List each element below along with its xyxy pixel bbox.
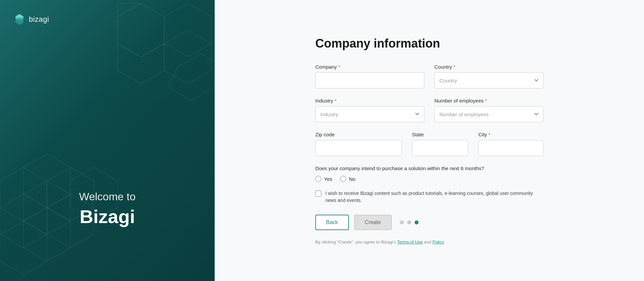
company-group: Company * [315, 64, 424, 88]
terms-prefix: By clicking “Create”, you agree to Bizag… [315, 239, 396, 244]
terms-section: By clicking “Create”, you agree to Bizag… [315, 239, 543, 244]
zip-group: Zip code [315, 132, 402, 156]
purchase-radio-group: Yes No [315, 176, 543, 182]
country-group: Country * Country [434, 64, 543, 88]
logo-text: bizagi [29, 15, 49, 24]
newsletter-checkbox-group: I wish to receive Bizagi content such as… [315, 190, 543, 204]
back-button[interactable]: Back [315, 215, 349, 230]
button-row: Back Create [315, 215, 543, 230]
row-company-country: Company * Country * Country [315, 64, 543, 88]
city-required: * [488, 132, 490, 137]
terms-of-use-link[interactable]: Terms of Use [397, 239, 423, 244]
purchase-question: Does your company intend to purchase a s… [315, 165, 543, 171]
employees-label: Number of employees * [434, 98, 543, 103]
yes-label: Yes [324, 176, 332, 182]
dot-3 [415, 220, 419, 224]
country-required: * [453, 64, 455, 70]
employees-required: * [485, 98, 487, 103]
row-zip-state-city: Zip code State City * [315, 132, 543, 156]
city-label: City * [478, 132, 543, 137]
industry-required: * [335, 98, 337, 103]
state-label: State [412, 132, 468, 137]
city-input[interactable] [478, 140, 543, 156]
and-text: and [424, 239, 432, 244]
progress-dots [400, 220, 419, 224]
create-button[interactable]: Create [354, 215, 392, 230]
newsletter-checkbox[interactable] [315, 191, 321, 197]
city-group: City * [478, 132, 543, 156]
zip-input[interactable] [315, 140, 402, 156]
form-container: Company information Company * Country * … [315, 37, 543, 244]
country-select[interactable]: Country [434, 72, 543, 88]
employees-select[interactable]: Number of employees [434, 106, 543, 122]
industry-label: Industry * [315, 98, 424, 103]
state-input[interactable] [412, 140, 468, 156]
svg-marker-0 [117, 3, 164, 57]
industry-group: Industry * Industry [315, 98, 424, 122]
no-label: No [349, 176, 355, 182]
dot-1 [400, 220, 404, 224]
company-input[interactable] [315, 72, 424, 88]
no-radio[interactable] [340, 176, 346, 182]
form-title: Company information [315, 37, 543, 51]
svg-marker-5 [168, 54, 215, 100]
company-label: Company * [315, 64, 424, 70]
dot-2 [407, 220, 411, 224]
policy-link[interactable]: Policy [432, 239, 444, 244]
bizagi-logo-icon [13, 13, 25, 25]
employees-group: Number of employees * Number of employee… [434, 98, 543, 122]
welcome-section: Welcome to Bizagi [13, 191, 201, 227]
right-panel: Company information Company * Country * … [215, 0, 644, 281]
logo: bizagi [13, 13, 49, 25]
brand-name-text: Bizagi [13, 206, 201, 227]
period-text: . [445, 239, 447, 244]
industry-select[interactable]: Industry [315, 106, 424, 122]
company-required: * [338, 64, 340, 70]
no-option[interactable]: No [340, 176, 355, 182]
welcome-to-text: Welcome to [13, 191, 201, 203]
newsletter-label: I wish to receive Bizagi content such as… [325, 190, 543, 204]
left-panel: bizagi Welcome to Bizagi [0, 0, 215, 281]
row-industry-employees: Industry * Industry Number of employees … [315, 98, 543, 122]
zip-label: Zip code [315, 132, 402, 137]
svg-marker-4 [117, 3, 141, 17]
yes-option[interactable]: Yes [315, 176, 332, 182]
svg-marker-17 [15, 14, 23, 18]
svg-marker-3 [117, 44, 164, 84]
country-label: Country * [434, 64, 543, 70]
yes-radio[interactable] [315, 176, 321, 182]
state-group: State [412, 132, 468, 156]
